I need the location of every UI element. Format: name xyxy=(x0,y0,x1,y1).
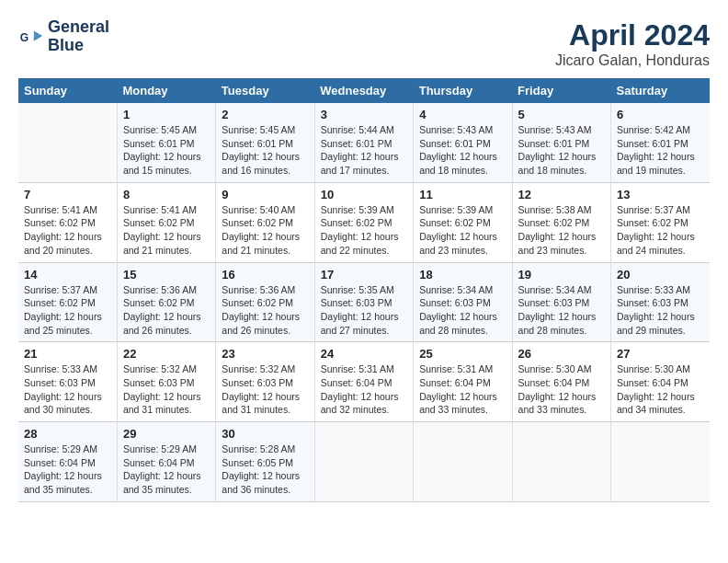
weekday-header: Saturday xyxy=(611,78,710,103)
day-detail: Sunrise: 5:36 AM Sunset: 6:02 PM Dayligh… xyxy=(222,283,308,338)
day-number: 16 xyxy=(222,268,308,282)
day-number: 23 xyxy=(222,347,308,361)
day-number: 13 xyxy=(617,188,704,201)
day-detail: Sunrise: 5:40 AM Sunset: 6:02 PM Dayligh… xyxy=(222,203,308,258)
calendar-cell: 14Sunrise: 5:37 AM Sunset: 6:02 PM Dayli… xyxy=(18,262,117,342)
calendar-cell: 8Sunrise: 5:41 AM Sunset: 6:02 PM Daylig… xyxy=(117,182,215,262)
day-detail: Sunrise: 5:32 AM Sunset: 6:03 PM Dayligh… xyxy=(222,362,308,417)
calendar-cell: 22Sunrise: 5:32 AM Sunset: 6:03 PM Dayli… xyxy=(117,342,215,422)
day-detail: Sunrise: 5:39 AM Sunset: 6:02 PM Dayligh… xyxy=(321,203,407,258)
day-number: 2 xyxy=(222,108,308,121)
day-detail: Sunrise: 5:35 AM Sunset: 6:03 PM Dayligh… xyxy=(321,283,407,338)
day-number: 3 xyxy=(321,108,407,121)
day-number: 27 xyxy=(617,347,704,361)
logo-icon: G xyxy=(18,24,44,50)
main-title: April 2024 xyxy=(555,18,710,52)
calendar-cell: 9Sunrise: 5:40 AM Sunset: 6:02 PM Daylig… xyxy=(216,182,314,262)
day-number: 28 xyxy=(24,427,111,441)
calendar-cell: 4Sunrise: 5:43 AM Sunset: 6:01 PM Daylig… xyxy=(414,103,512,182)
day-number: 30 xyxy=(222,427,308,441)
day-detail: Sunrise: 5:33 AM Sunset: 6:03 PM Dayligh… xyxy=(24,362,111,417)
weekday-header: Thursday xyxy=(414,78,512,103)
day-number: 26 xyxy=(518,347,605,361)
calendar-cell xyxy=(314,422,413,502)
day-number: 9 xyxy=(222,188,308,201)
day-detail: Sunrise: 5:28 AM Sunset: 6:05 PM Dayligh… xyxy=(222,442,308,497)
logo-line2: Blue xyxy=(48,37,109,55)
day-number: 14 xyxy=(24,268,111,282)
calendar-cell: 10Sunrise: 5:39 AM Sunset: 6:02 PM Dayli… xyxy=(314,182,413,262)
calendar-cell: 6Sunrise: 5:42 AM Sunset: 6:01 PM Daylig… xyxy=(611,103,710,182)
day-detail: Sunrise: 5:29 AM Sunset: 6:04 PM Dayligh… xyxy=(24,442,111,497)
calendar-cell: 25Sunrise: 5:31 AM Sunset: 6:04 PM Dayli… xyxy=(414,342,512,422)
weekday-header-row: SundayMondayTuesdayWednesdayThursdayFrid… xyxy=(18,78,710,103)
calendar-table: SundayMondayTuesdayWednesdayThursdayFrid… xyxy=(18,78,710,502)
day-number: 24 xyxy=(321,347,407,361)
day-number: 17 xyxy=(321,268,407,282)
day-detail: Sunrise: 5:38 AM Sunset: 6:02 PM Dayligh… xyxy=(518,203,605,258)
day-number: 25 xyxy=(419,347,506,361)
day-number: 18 xyxy=(419,268,506,282)
svg-marker-1 xyxy=(34,30,42,40)
weekday-header: Friday xyxy=(512,78,610,103)
day-number: 8 xyxy=(123,188,210,201)
weekday-header: Tuesday xyxy=(216,78,314,103)
calendar-cell: 18Sunrise: 5:34 AM Sunset: 6:03 PM Dayli… xyxy=(414,262,512,342)
day-detail: Sunrise: 5:44 AM Sunset: 6:01 PM Dayligh… xyxy=(321,123,407,178)
day-detail: Sunrise: 5:36 AM Sunset: 6:02 PM Dayligh… xyxy=(123,283,210,338)
calendar-cell: 23Sunrise: 5:32 AM Sunset: 6:03 PM Dayli… xyxy=(216,342,314,422)
calendar-cell: 24Sunrise: 5:31 AM Sunset: 6:04 PM Dayli… xyxy=(314,342,413,422)
day-detail: Sunrise: 5:32 AM Sunset: 6:03 PM Dayligh… xyxy=(123,362,210,417)
calendar-cell: 11Sunrise: 5:39 AM Sunset: 6:02 PM Dayli… xyxy=(414,182,512,262)
calendar-cell: 15Sunrise: 5:36 AM Sunset: 6:02 PM Dayli… xyxy=(117,262,215,342)
day-detail: Sunrise: 5:34 AM Sunset: 6:03 PM Dayligh… xyxy=(419,283,506,338)
calendar-cell: 7Sunrise: 5:41 AM Sunset: 6:02 PM Daylig… xyxy=(18,182,117,262)
weekday-header: Sunday xyxy=(18,78,117,103)
day-number: 21 xyxy=(24,347,111,361)
day-number: 5 xyxy=(518,108,605,121)
day-number: 6 xyxy=(617,108,704,121)
calendar-cell xyxy=(611,422,710,502)
calendar-cell: 21Sunrise: 5:33 AM Sunset: 6:03 PM Dayli… xyxy=(18,342,117,422)
day-number: 19 xyxy=(518,268,605,282)
svg-text:G: G xyxy=(20,30,28,43)
day-detail: Sunrise: 5:41 AM Sunset: 6:02 PM Dayligh… xyxy=(123,203,210,258)
day-detail: Sunrise: 5:29 AM Sunset: 6:04 PM Dayligh… xyxy=(123,442,210,497)
logo-line1: General xyxy=(48,18,109,37)
day-detail: Sunrise: 5:43 AM Sunset: 6:01 PM Dayligh… xyxy=(518,123,605,178)
calendar-week-row: 1Sunrise: 5:45 AM Sunset: 6:01 PM Daylig… xyxy=(18,103,710,182)
day-detail: Sunrise: 5:43 AM Sunset: 6:01 PM Dayligh… xyxy=(419,123,506,178)
day-number: 4 xyxy=(419,108,506,121)
calendar-cell: 19Sunrise: 5:34 AM Sunset: 6:03 PM Dayli… xyxy=(512,262,610,342)
calendar-cell xyxy=(512,422,610,502)
calendar-cell: 13Sunrise: 5:37 AM Sunset: 6:02 PM Dayli… xyxy=(611,182,710,262)
day-number: 7 xyxy=(24,188,111,201)
calendar-cell: 26Sunrise: 5:30 AM Sunset: 6:04 PM Dayli… xyxy=(512,342,610,422)
calendar-cell xyxy=(414,422,512,502)
weekday-header: Monday xyxy=(117,78,215,103)
day-detail: Sunrise: 5:31 AM Sunset: 6:04 PM Dayligh… xyxy=(419,362,506,417)
day-number: 12 xyxy=(518,188,605,201)
subtitle: Jicaro Galan, Honduras xyxy=(555,52,710,69)
day-number: 1 xyxy=(123,108,210,121)
day-number: 11 xyxy=(419,188,506,201)
day-detail: Sunrise: 5:30 AM Sunset: 6:04 PM Dayligh… xyxy=(617,362,704,417)
day-number: 10 xyxy=(321,188,407,201)
day-detail: Sunrise: 5:42 AM Sunset: 6:01 PM Dayligh… xyxy=(617,123,704,178)
page-header: G General Blue April 2024 Jicaro Galan, … xyxy=(18,18,710,69)
calendar-cell: 3Sunrise: 5:44 AM Sunset: 6:01 PM Daylig… xyxy=(314,103,413,182)
calendar-cell: 2Sunrise: 5:45 AM Sunset: 6:01 PM Daylig… xyxy=(216,103,314,182)
day-detail: Sunrise: 5:41 AM Sunset: 6:02 PM Dayligh… xyxy=(24,203,111,258)
day-detail: Sunrise: 5:34 AM Sunset: 6:03 PM Dayligh… xyxy=(518,283,605,338)
logo: G General Blue xyxy=(18,18,109,55)
day-detail: Sunrise: 5:45 AM Sunset: 6:01 PM Dayligh… xyxy=(222,123,308,178)
calendar-cell: 12Sunrise: 5:38 AM Sunset: 6:02 PM Dayli… xyxy=(512,182,610,262)
day-number: 15 xyxy=(123,268,210,282)
calendar-cell: 17Sunrise: 5:35 AM Sunset: 6:03 PM Dayli… xyxy=(314,262,413,342)
calendar-cell xyxy=(18,103,117,182)
day-detail: Sunrise: 5:37 AM Sunset: 6:02 PM Dayligh… xyxy=(24,283,111,338)
calendar-cell: 27Sunrise: 5:30 AM Sunset: 6:04 PM Dayli… xyxy=(611,342,710,422)
weekday-header: Wednesday xyxy=(314,78,413,103)
day-number: 22 xyxy=(123,347,210,361)
day-detail: Sunrise: 5:30 AM Sunset: 6:04 PM Dayligh… xyxy=(518,362,605,417)
